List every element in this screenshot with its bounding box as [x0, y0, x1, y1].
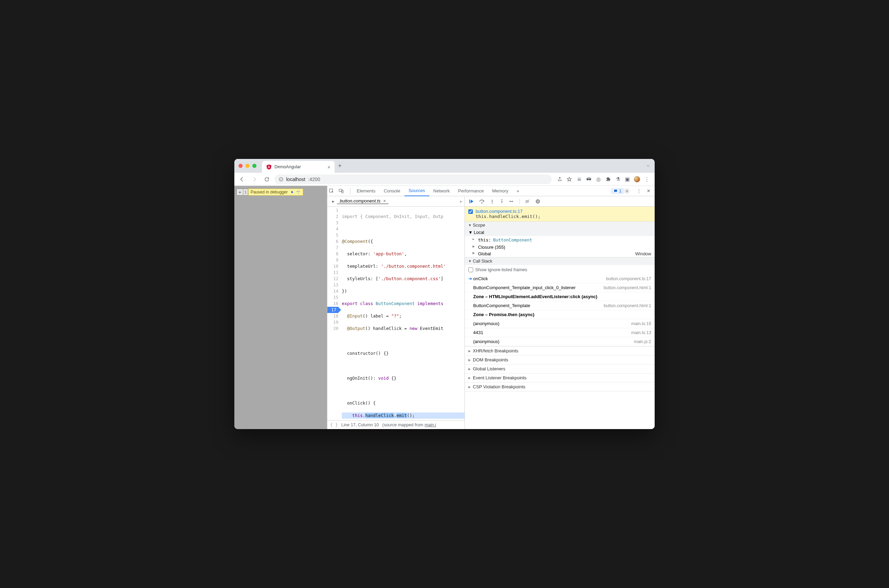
- content-area: + 1 Paused in debugger Elements Console …: [234, 186, 655, 429]
- code-text: import { Component, OnInit, Input, Outp …: [341, 207, 464, 420]
- cursor-position: Line 17, Column 10: [341, 423, 379, 428]
- address-bar[interactable]: localhost:4200: [275, 174, 552, 184]
- file-tabbar: ▸ button.component.ts × ▸: [327, 196, 464, 207]
- stack-frame[interactable]: ButtonComponent_Template_input_click_0_l…: [465, 283, 655, 292]
- svg-rect-4: [281, 179, 281, 180]
- breakpoint-checkbox[interactable]: [469, 209, 473, 214]
- tab-title: DemoAngular: [275, 165, 301, 169]
- add-button[interactable]: +: [236, 189, 243, 195]
- paused-chip: Paused in debugger: [248, 189, 303, 195]
- stack-frame[interactable]: ➔onClickbutton.component.ts:17: [465, 274, 655, 283]
- panel-ext-icon[interactable]: ▣: [624, 176, 631, 182]
- step-over-icon[interactable]: [296, 190, 301, 194]
- tab-performance[interactable]: Performance: [454, 186, 488, 196]
- scope-this[interactable]: ▶this: ButtonComponent: [465, 237, 655, 243]
- tab-sources[interactable]: Sources: [404, 186, 429, 196]
- event-listener-breakpoints-section[interactable]: ▶Event Listener Breakpoints: [465, 374, 655, 382]
- line-gutter[interactable]: 1234567891011121314151617181920: [327, 207, 341, 420]
- inspect-element-icon[interactable]: [329, 188, 338, 194]
- breakpoint-banner: button.component.ts:17 this.handleClick.…: [465, 207, 655, 222]
- close-window-button[interactable]: [239, 164, 243, 168]
- close-devtools-icon[interactable]: ✕: [644, 188, 653, 194]
- svg-point-9: [626, 190, 628, 192]
- devtools-body: ▸ button.component.ts × ▸ 12345678910111…: [327, 196, 655, 429]
- target-ext-icon[interactable]: ◎: [595, 176, 601, 182]
- show-ignored-checkbox[interactable]: Show ignore-listed frames: [465, 265, 655, 274]
- url-port: :4200: [308, 177, 320, 182]
- callstack-header[interactable]: ▼Call Stack: [465, 257, 655, 265]
- file-close-icon[interactable]: ×: [383, 198, 386, 204]
- toolbar: localhost:4200 ☠ 🕶 ◎ ⚗ ▣ ⋮: [234, 173, 655, 186]
- puzzle-ext-icon[interactable]: [605, 176, 611, 182]
- editor-statusbar: { } Line 17, Column 10 (source mapped fr…: [327, 420, 464, 429]
- reload-button[interactable]: [262, 174, 272, 184]
- tab-network[interactable]: Network: [429, 186, 454, 196]
- stack-frame[interactable]: (anonymous)main.js:2: [465, 337, 655, 346]
- device-toggle-icon[interactable]: [338, 188, 348, 194]
- divider: [350, 188, 350, 194]
- stack-frame[interactable]: (anonymous)main.ts:15: [465, 319, 655, 328]
- tabs-more[interactable]: »: [513, 186, 523, 196]
- minimize-window-button[interactable]: [245, 164, 249, 168]
- titlebar: DemoAngular × +: [234, 159, 655, 173]
- tab-elements[interactable]: Elements: [353, 186, 380, 196]
- paused-label: Paused in debugger: [251, 190, 288, 195]
- code-editor[interactable]: 1234567891011121314151617181920 import {…: [327, 207, 464, 420]
- share-icon[interactable]: [557, 176, 563, 182]
- svg-rect-18: [538, 200, 539, 202]
- tab-memory[interactable]: Memory: [488, 186, 513, 196]
- pause-exceptions-button[interactable]: [535, 199, 541, 204]
- breakpoint-location[interactable]: button.component.ts:17: [476, 208, 541, 214]
- bookmark-star-icon[interactable]: [566, 176, 572, 182]
- tab-console[interactable]: Console: [380, 186, 404, 196]
- step-out-button[interactable]: [500, 199, 504, 204]
- stack-frame[interactable]: 4431main.ts:13: [465, 328, 655, 337]
- navigator-toggle-icon[interactable]: ▸: [329, 199, 337, 204]
- sources-editor: ▸ button.component.ts × ▸ 12345678910111…: [327, 196, 465, 429]
- step-into-button[interactable]: [490, 199, 495, 204]
- step-over-button[interactable]: [479, 199, 485, 204]
- global-listeners-section[interactable]: ▶Global Listeners: [465, 364, 655, 374]
- page-viewport: + 1 Paused in debugger: [234, 186, 327, 429]
- info-icon: [279, 177, 284, 182]
- xhr-breakpoints-section[interactable]: ▶XHR/fetch Breakpoints: [465, 346, 655, 356]
- devtools-panel: Elements Console Sources Network Perform…: [327, 186, 655, 429]
- csp-breakpoints-section[interactable]: ▶CSP Violation Breakpoints: [465, 382, 655, 392]
- settings-gear-icon[interactable]: [624, 188, 634, 194]
- scope-global[interactable]: ▶GlobalWindow: [465, 250, 655, 257]
- resume-icon[interactable]: [290, 190, 294, 194]
- browser-tab[interactable]: DemoAngular ×: [262, 161, 335, 173]
- kebab-menu-icon[interactable]: ⋮: [634, 188, 644, 194]
- svg-point-16: [536, 200, 540, 204]
- scope-local-header[interactable]: ▼ Local: [465, 229, 655, 236]
- counter-badge: 1: [243, 189, 248, 195]
- svg-point-13: [502, 200, 503, 200]
- skull-ext-icon[interactable]: ☠: [576, 176, 582, 182]
- chevron-down-icon[interactable]: [646, 164, 650, 168]
- scope-closure[interactable]: ▶Closure (355): [465, 244, 655, 250]
- forward-button[interactable]: [249, 174, 259, 184]
- scope-section: ▼Scope ▼ Local ▶this: ButtonComponent ▶C…: [465, 222, 655, 257]
- back-button[interactable]: [237, 174, 247, 184]
- svg-point-3: [281, 178, 281, 178]
- tab-close-button[interactable]: ×: [327, 164, 330, 170]
- open-file-tab[interactable]: button.component.ts ×: [337, 198, 389, 204]
- resume-button[interactable]: [469, 199, 474, 204]
- angular-icon: [266, 164, 272, 170]
- stack-frame[interactable]: ButtonComponent_Templatebutton.component…: [465, 301, 655, 310]
- pretty-print-icon[interactable]: { }: [330, 422, 338, 428]
- menu-kebab-icon[interactable]: ⋮: [644, 176, 650, 182]
- maximize-window-button[interactable]: [252, 164, 257, 168]
- issues-badge[interactable]: 1: [611, 188, 624, 194]
- deactivate-breakpoints-button[interactable]: [525, 199, 530, 204]
- stack-frame-async: Zone – HTMLInputElement.addEventListener…: [465, 292, 655, 301]
- svg-point-11: [481, 202, 482, 203]
- new-tab-button[interactable]: +: [338, 162, 342, 170]
- dom-breakpoints-section[interactable]: ▶DOM Breakpoints: [465, 356, 655, 364]
- scope-header[interactable]: ▼Scope: [465, 222, 655, 229]
- more-tabs-icon[interactable]: ▸: [460, 199, 463, 204]
- step-button[interactable]: [509, 199, 515, 204]
- flask-ext-icon[interactable]: ⚗: [614, 176, 621, 182]
- incognito-ext-icon[interactable]: 🕶: [586, 176, 592, 182]
- profile-avatar[interactable]: [634, 176, 640, 182]
